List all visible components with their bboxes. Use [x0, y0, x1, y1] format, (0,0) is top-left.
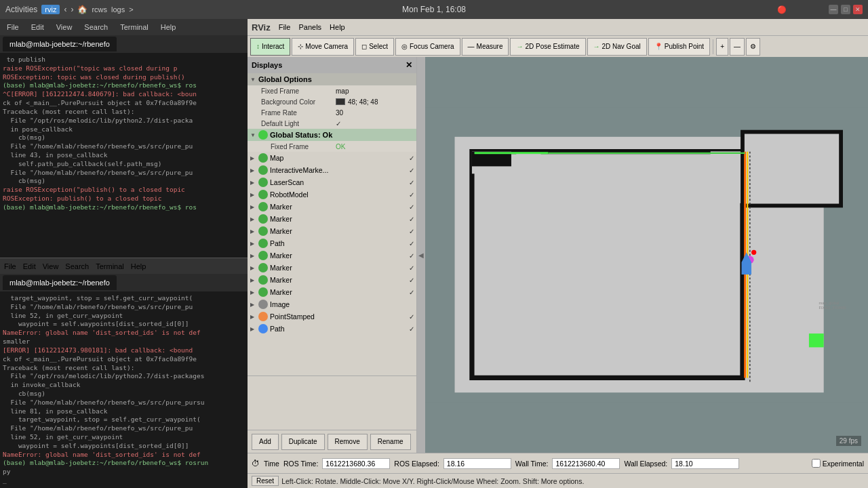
terminal-line: Traceback (most recent call last):	[3, 364, 245, 373]
terminal1-content: to publish raise ROSException("topic was…	[0, 53, 248, 258]
expand-icon: ▶	[250, 167, 258, 174]
rviz-menu-panels[interactable]: Panels	[298, 23, 321, 31]
terminal1-menu-edit[interactable]: Edit	[28, 22, 47, 33]
terminal2-menu-view[interactable]: View	[43, 262, 59, 270]
rename-display-button[interactable]: Rename	[370, 434, 411, 450]
display-map[interactable]: ▶ Map ✓	[248, 152, 416, 164]
select-button[interactable]: ◻ Select	[355, 38, 394, 56]
activities-icon[interactable]: Activities	[5, 5, 37, 14]
3d-viewport[interactable]: map_global FIXED_FRAME 29 fps	[425, 57, 868, 453]
marker6-icon	[258, 275, 268, 285]
reset-button[interactable]: Reset	[252, 476, 279, 486]
terminal-line: line 81, in pose_callback	[3, 407, 245, 416]
status-icon	[258, 130, 268, 140]
terminal-line: ck of <_main__.PurePursuit object at 0x7…	[3, 355, 245, 364]
pointstamped-icon	[258, 312, 268, 321]
panel-resize-handle[interactable]: ◀	[417, 57, 425, 453]
terminal2-menu-search[interactable]: Search	[65, 262, 89, 270]
toolbar-settings[interactable]: ⚙	[746, 38, 760, 56]
terminal1-menu-file[interactable]: File	[4, 22, 22, 33]
svg-rect-20	[516, 154, 540, 166]
terminal1-menu-help[interactable]: Help	[158, 22, 179, 33]
nav-forward[interactable]: ›	[71, 5, 73, 14]
terminal1-menu-search[interactable]: Search	[81, 22, 111, 33]
rviz-icon: RViz	[252, 22, 271, 33]
nav-goal-button[interactable]: → 2D Nav Goal	[587, 38, 647, 56]
terminal1-menu-view[interactable]: View	[54, 22, 75, 33]
nav-back[interactable]: ‹	[64, 5, 66, 14]
toolbar-minus[interactable]: —	[730, 38, 745, 56]
pose-estimate-button[interactable]: → 2D Pose Estimate	[510, 38, 585, 56]
terminal-line: smaller	[3, 338, 245, 346]
terminal1-tab1[interactable]: mlab@mlab-joebetz:~/rbenefo	[3, 37, 117, 52]
interactive-marker-icon	[258, 165, 268, 175]
display-image[interactable]: ▶ Image	[248, 298, 416, 310]
titlebar-left: Activities rviz ‹ › 🏠 rcws logs >	[5, 5, 134, 14]
terminal-line: line 43, in pose_callback	[3, 151, 245, 160]
display-marker-1[interactable]: ▶ Marker ✓	[248, 201, 416, 213]
marker4-icon	[258, 251, 268, 260]
terminal1-menu-terminal[interactable]: Terminal	[117, 22, 151, 33]
terminal2-menu-terminal[interactable]: Terminal	[96, 262, 124, 270]
terminal-line: in invoke_callback	[3, 381, 245, 390]
add-display-button[interactable]: Add	[252, 434, 279, 450]
terminal-line: (base) mlab@mlab-joebetz:~/rbenefo/rbene…	[3, 459, 245, 468]
display-laserscan[interactable]: ▶ LaserScan ✓	[248, 176, 416, 188]
display-marker-2[interactable]: ▶ Marker ✓	[248, 213, 416, 225]
more-tabs[interactable]: >	[129, 5, 133, 14]
measure-button[interactable]: — Measure	[462, 38, 509, 56]
terminal-line: [ERROR] [1612212473.980181]: bad callbac…	[3, 346, 245, 355]
toolbar-plus[interactable]: +	[716, 38, 728, 56]
expand-icon: ▶	[250, 265, 258, 271]
focus-camera-button[interactable]: ◎ Focus Camera	[395, 38, 460, 56]
global-options-item[interactable]: ▼ Global Options	[248, 73, 416, 85]
minimize-button[interactable]: —	[829, 5, 838, 14]
terminal-line: self.path_pub_callback(self.path_msg)	[3, 160, 245, 169]
display-robotmodel[interactable]: ▶ RobotModel ✓	[248, 188, 416, 201]
home-icon[interactable]: 🏠	[77, 5, 87, 14]
display-path-2[interactable]: ▶ Path ✓	[248, 323, 416, 335]
experimental-checkbox[interactable]	[812, 459, 821, 468]
interact-icon: ↕	[256, 43, 260, 50]
publish-point-button[interactable]: 📍 Publish Point	[648, 38, 710, 56]
terminal2-menu-help[interactable]: Help	[131, 262, 146, 270]
expand-icon: ▶	[250, 253, 258, 259]
expand-icon: ▶	[250, 302, 258, 308]
rviz-menu-file[interactable]: File	[279, 23, 291, 31]
fixed-frame-prop: Fixed Frame map	[248, 85, 416, 96]
duplicate-display-button[interactable]: Duplicate	[281, 434, 325, 450]
close-button[interactable]: ✕	[853, 5, 863, 14]
remove-display-button[interactable]: Remove	[328, 434, 368, 450]
rviz-taskbar-icon[interactable]: rviz	[41, 5, 60, 14]
terminal-line: File "/opt/ros/melodic/lib/python2.7/dis…	[3, 372, 245, 381]
maximize-button[interactable]: □	[841, 5, 850, 14]
display-marker-3[interactable]: ▶ Marker ✓	[248, 225, 416, 237]
display-marker-5[interactable]: ▶ Marker ✓	[248, 262, 416, 274]
global-status-item[interactable]: ▼ Global Status: Ok	[248, 129, 416, 141]
experimental-label: Experimental	[823, 460, 864, 468]
terminal-line: NameError: global name 'dist_sorted_ids'…	[3, 451, 245, 460]
display-pointstamped[interactable]: ▶ PointStamped ✓	[248, 310, 416, 323]
display-interactive-marker[interactable]: ▶ InteractiveMarke... ✓	[248, 164, 416, 176]
frame-rate-prop: Frame Rate 30	[248, 107, 416, 118]
terminal2-menu-edit[interactable]: Edit	[23, 262, 36, 270]
rviz-menu-help[interactable]: Help	[330, 23, 345, 31]
interact-button[interactable]: ↕ Interact	[250, 38, 290, 56]
display-marker-7[interactable]: ▶ Marker ✓	[248, 286, 416, 298]
robotmodel-icon	[258, 190, 268, 199]
terminal-line: cb(msg)	[3, 177, 245, 186]
display-path-1[interactable]: ▶ Path ✓	[248, 237, 416, 249]
terminal-line: NameError: global name 'dist_sorted_ids'…	[3, 329, 245, 338]
terminal2-menu-file[interactable]: File	[4, 262, 16, 270]
rcws-tab[interactable]: rcws	[92, 5, 107, 14]
terminal2-tab1[interactable]: mlab@mlab-joebetz:~/rbenefo	[3, 275, 117, 290]
terminal-line: (base) mlab@mlab-joebetz:~/rbenefo/rbene…	[3, 81, 245, 90]
displays-close[interactable]: ✕	[406, 60, 412, 70]
logs-tab[interactable]: logs	[111, 5, 125, 14]
move-camera-button[interactable]: ⊹ Move Camera	[292, 38, 354, 56]
display-marker-4[interactable]: ▶ Marker ✓	[248, 249, 416, 262]
displays-tree[interactable]: ▼ Global Options Fixed Frame map Backgro…	[248, 73, 416, 375]
toolbar-sep1	[713, 39, 713, 54]
display-marker-6[interactable]: ▶ Marker ✓	[248, 274, 416, 286]
terminal-line: File "/opt/ros/melodic/lib/python2.7/dis…	[3, 117, 245, 125]
